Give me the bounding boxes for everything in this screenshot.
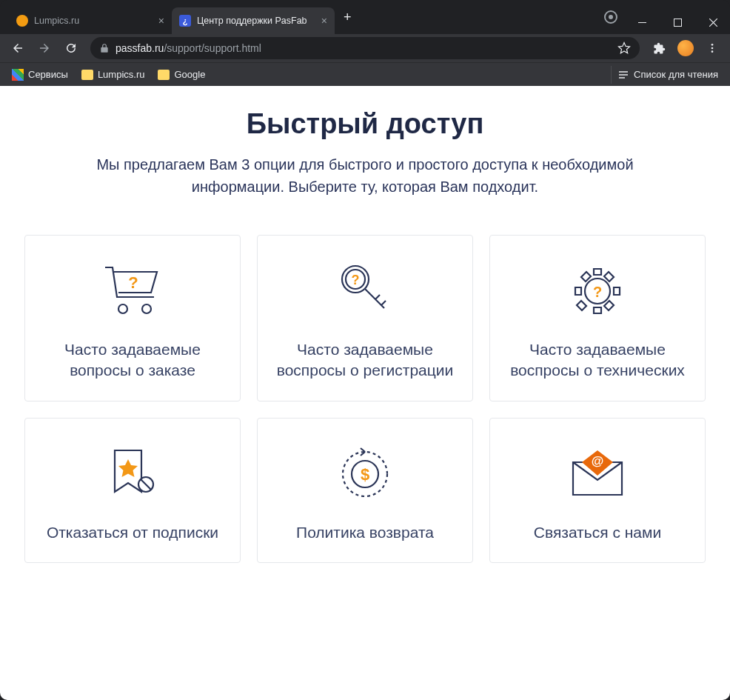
apps-button[interactable]: Сервисы [6,66,74,84]
card-contact-us[interactable]: @ Связаться с нами [489,418,706,563]
toolbar: passfab.ru/support/support.html [0,34,730,62]
card-title: Часто задаваемые воспросы о технических [503,339,692,381]
page-heading: Быстрый доступ [7,108,723,140]
page-content[interactable]: Быстрый доступ Мы предлагаем Вам 3 опции… [0,86,730,700]
refund-icon: $ [334,441,396,507]
apps-label: Сервисы [28,69,68,80]
svg-point-4 [711,50,714,53]
svg-text:?: ? [593,284,602,300]
maximize-button[interactable] [660,10,694,34]
forward-button[interactable] [33,36,56,60]
bookmark-label: Lumpics.ru [98,69,145,80]
bookmark-lumpics[interactable]: Lumpics.ru [76,66,151,83]
svg-point-3 [711,47,714,50]
folder-icon [158,70,170,80]
tab-title: Центр поддержки PasFab [197,16,315,26]
reload-button[interactable] [59,36,83,60]
tab-passfab[interactable]: ¿ Центр поддержки PasFab × [172,7,335,34]
key-question-icon: ? [332,258,398,324]
card-registration-faq[interactable]: ? Часто задаваемые воспросы о регистраци… [257,235,473,401]
close-icon[interactable]: × [158,15,164,27]
reading-list-label: Список для чтения [634,69,718,80]
card-title: Часто задаваемые воспросы о регистрации [271,339,459,381]
svg-text:?: ? [128,273,138,292]
card-unsubscribe[interactable]: Отказаться от подписки [24,418,241,563]
folder-icon [81,70,93,80]
profile-button[interactable] [674,36,697,60]
new-tab-button[interactable]: + [335,10,361,25]
tab-lumpics[interactable]: Lumpics.ru × [9,7,172,34]
menu-button[interactable] [700,36,724,60]
svg-point-5 [118,304,127,313]
tab-strip: Lumpics.ru × ¿ Центр поддержки PasFab × … [0,0,604,34]
cart-question-icon: ? [99,258,166,324]
svg-text:$: $ [361,465,369,484]
card-title: Отказаться от подписки [47,522,218,543]
window-controls [625,9,730,34]
apps-icon [12,69,24,81]
gear-question-icon: ? [564,258,631,324]
bookmark-google[interactable]: Google [152,66,211,83]
close-button[interactable] [696,10,730,34]
close-icon[interactable]: × [321,15,327,27]
url-text: passfab.ru/support/support.html [115,42,612,54]
back-button[interactable] [6,36,30,60]
card-technical-faq[interactable]: ? Часто задаваемые воспросы о технически… [489,235,706,401]
page-subtitle: Мы предлагаем Вам 3 опции для быстрого и… [61,153,669,198]
svg-rect-0 [638,22,646,23]
svg-rect-1 [674,19,681,26]
contact-envelope-icon: @ [564,441,631,507]
favicon-icon [16,15,28,27]
star-icon[interactable] [617,41,631,55]
minimize-button[interactable] [625,10,659,34]
lock-icon [99,43,110,53]
avatar-icon [677,40,694,56]
address-bar[interactable]: passfab.ru/support/support.html [90,37,640,59]
account-indicator-icon[interactable] [604,10,617,24]
svg-point-2 [711,44,714,46]
bookmark-star-icon [103,441,162,507]
svg-text:?: ? [352,273,360,287]
svg-text:@: @ [592,454,604,468]
bookmarks-bar: Сервисы Lumpics.ru Google Список для чте… [0,62,730,86]
card-title: Часто задаваемые вопросы о заказе [38,339,227,381]
extensions-button[interactable] [647,36,671,60]
card-title: Политика возврата [296,522,434,543]
card-refund-policy[interactable]: $ Политика возврата [257,418,473,563]
titlebar: Lumpics.ru × ¿ Центр поддержки PasFab × … [0,0,730,34]
tab-title: Lumpics.ru [34,16,153,26]
card-order-faq[interactable]: ? Часто задаваемые вопросы о заказе [24,235,241,401]
card-title: Связаться с нами [534,522,661,543]
bookmark-label: Google [174,69,205,80]
svg-point-6 [142,304,151,313]
list-icon [617,69,629,81]
cards-grid: ? Часто задаваемые вопросы о заказе ? Ча… [24,235,706,563]
favicon-icon: ¿ [179,15,191,27]
reading-list-button[interactable]: Список для чтения [611,66,724,84]
